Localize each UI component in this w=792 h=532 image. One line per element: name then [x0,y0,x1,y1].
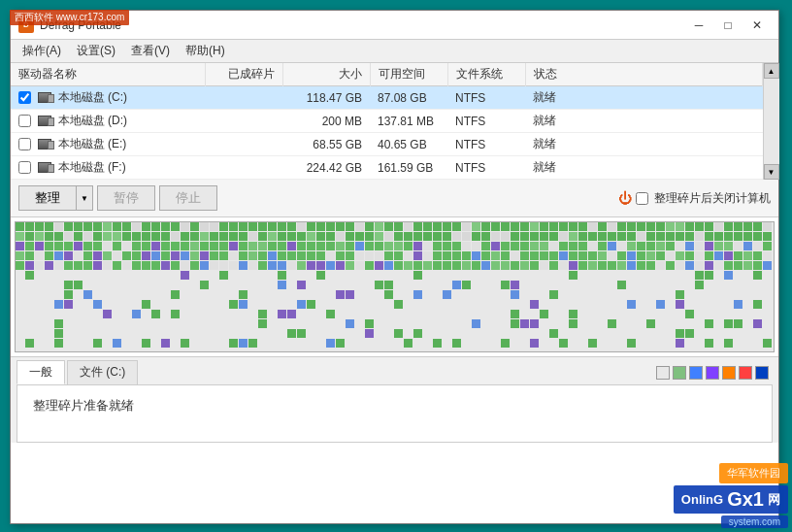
tabs-header: 一般 文件 (C:) [11,357,778,384]
tab-general[interactable]: 一般 [16,360,65,384]
shutdown-area: ⏻ 整理碎片后关闭计算机 [618,190,771,207]
tab-files[interactable]: 文件 (C:) [67,360,138,384]
main-window: D Defrag Portable ─ □ ✕ 操作(A) 设置(S) 查看(V… [10,10,779,524]
drive-status-cell-2: 就绪 [525,133,763,156]
menu-help[interactable]: 帮助(H) [178,41,233,61]
drive-name-cell: 本地磁盘 (E:) [11,133,205,156]
maximize-button[interactable]: □ [714,16,742,35]
drive-scrollbar[interactable]: ▲ ▼ [763,63,778,180]
defrag-button[interactable]: 整理 [18,185,76,211]
site-badge: 西西软件 www.cr173.com [10,10,129,25]
drive-fragmented-cell-1 [205,110,282,133]
shutdown-label: 整理碎片后关闭计算机 [654,190,771,207]
menu-bar: 操作(A) 设置(S) 查看(V) 帮助(H) [11,40,778,63]
stop-button[interactable]: 停止 [159,185,217,211]
defrag-button-group: 整理 ▼ [18,185,93,211]
drive-icon-2 [38,139,51,150]
col-header-size: 大小 [282,63,370,86]
tabs-section: 一般 文件 (C:) 整理碎片准备就绪 [11,356,778,443]
legend-color-4 [722,366,736,380]
drive-table: 驱动器名称 已成碎片 大小 可用空间 文件系统 状态 本地磁盘 (C:) [11,63,763,180]
drive-free-cell-2: 40.65 GB [370,133,447,156]
drive-list-section: 驱动器名称 已成碎片 大小 可用空间 文件系统 状态 本地磁盘 (C:) [11,63,778,180]
col-header-fragmented: 已成碎片 [205,63,282,86]
drive-icon-3 [38,162,51,173]
drive-icon-0 [38,92,51,103]
drive-fragmented-cell-2 [205,133,282,156]
legend-color-3 [706,366,719,380]
drive-fs-cell-1: NTFS [447,110,525,133]
desktop: 西西软件 www.cr173.com D Defrag Portable ─ □… [0,0,792,532]
tabs-content: 整理碎片准备就绪 [16,384,773,443]
title-bar-buttons: ─ □ ✕ [685,16,771,35]
scroll-down-btn[interactable]: ▼ [764,164,779,180]
drive-checkbox-3[interactable] [18,161,31,174]
drive-list-content: 驱动器名称 已成碎片 大小 可用空间 文件系统 状态 本地磁盘 (C:) [11,63,763,180]
power-icon: ⏻ [618,190,632,206]
drive-fs-cell-2: NTFS [447,133,525,156]
legend-color-1 [673,366,686,380]
menu-operate[interactable]: 操作(A) [15,41,69,61]
status-text: 整理碎片准备就绪 [33,393,756,418]
scroll-up-btn[interactable]: ▲ [764,63,779,79]
drive-name-cell: 本地磁盘 (C:) [11,86,205,110]
drive-status-cell-1: 就绪 [525,110,763,133]
menu-settings[interactable]: 设置(S) [69,41,123,61]
drive-fs-cell-0: NTFS [447,86,525,110]
scrollbar-track [764,79,779,164]
drive-checkbox-2[interactable] [18,138,31,150]
drive-status-cell-0: 就绪 [525,86,763,110]
drive-size-cell-2: 68.55 GB [282,133,370,156]
drive-status-cell-3: 就绪 [525,156,763,180]
drive-fs-cell-3: NTFS [447,156,525,180]
disk-canvas [16,222,775,352]
drive-free-cell-3: 161.59 GB [370,156,447,180]
legend-color-6 [755,366,769,380]
menu-view[interactable]: 查看(V) [123,41,178,61]
drive-free-cell-1: 137.81 MB [370,110,447,133]
close-button[interactable]: ✕ [743,16,771,35]
drive-size-cell-0: 118.47 GB [282,86,370,110]
viz-area [11,217,778,356]
drive-size-cell-1: 200 MB [282,110,370,133]
shutdown-checkbox[interactable] [636,192,648,205]
legend-area [656,366,773,380]
pause-button[interactable]: 暂停 [97,185,155,211]
drive-name-cell: 本地磁盘 (F:) [11,156,205,180]
table-header-row: 驱动器名称 已成碎片 大小 可用空间 文件系统 状态 [11,63,763,86]
defrag-dropdown-button[interactable]: ▼ [76,185,93,211]
table-row[interactable]: 本地磁盘 (F:) 224.42 GB 161.59 GB NTFS 就绪 [11,156,763,180]
legend-color-0 [656,366,670,380]
legend-color-2 [689,366,703,380]
legend-color-5 [739,366,752,380]
drive-checkbox-0[interactable] [18,91,31,104]
col-header-fs: 文件系统 [447,63,525,86]
tabs-list: 一般 文件 (C:) [16,360,140,384]
drive-fragmented-cell-3 [205,156,282,180]
minimize-button[interactable]: ─ [685,16,712,35]
col-header-free: 可用空间 [370,63,447,86]
drive-free-cell-0: 87.08 GB [370,86,447,110]
drive-icon-1 [38,116,51,126]
disk-map [15,221,775,352]
drive-fragmented-cell-0 [205,86,282,110]
drive-name-cell: 本地磁盘 (D:) [11,110,205,133]
col-header-name: 驱动器名称 [11,63,205,86]
table-row[interactable]: 本地磁盘 (D:) 200 MB 137.81 MB NTFS 就绪 [11,110,763,133]
table-row[interactable]: 本地磁盘 (E:) 68.55 GB 40.65 GB NTFS 就绪 [11,133,763,156]
col-header-status: 状态 [525,63,763,86]
drive-checkbox-1[interactable] [18,115,31,127]
drive-size-cell-3: 224.42 GB [282,156,370,180]
toolbar: 整理 ▼ 暂停 停止 ⏻ 整理碎片后关闭计算机 [11,180,778,217]
table-row[interactable]: 本地磁盘 (C:) 118.47 GB 87.08 GB NTFS 就绪 [11,86,763,110]
